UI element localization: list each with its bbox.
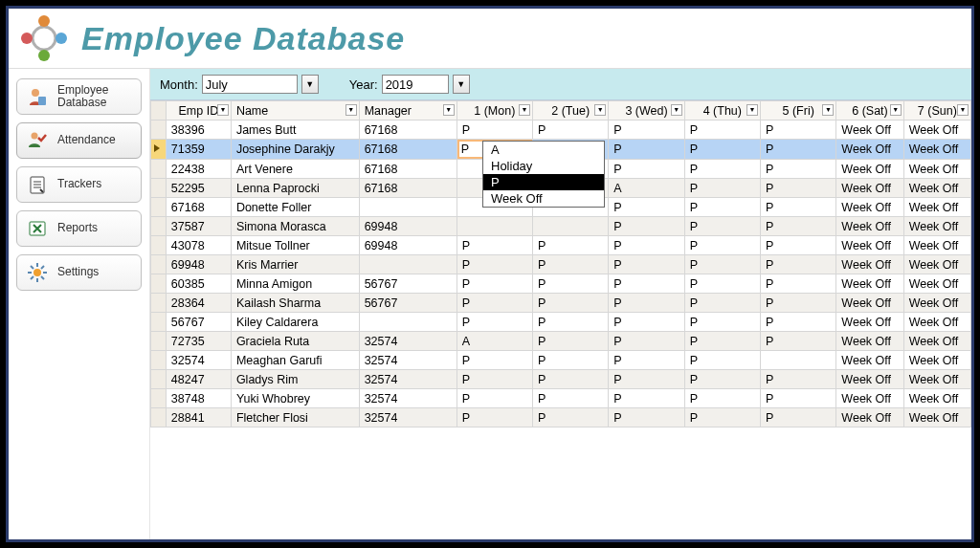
table-row[interactable]: 38748Yuki Whobrey32574PPPPPWeek OffWeek …: [151, 389, 971, 408]
attendance-cell[interactable]: P: [684, 332, 760, 351]
cell-mgr[interactable]: 32574: [359, 370, 457, 389]
attendance-cell[interactable]: Week Off: [836, 408, 903, 427]
attendance-cell[interactable]: P: [684, 294, 760, 313]
attendance-cell[interactable]: Week Off: [836, 198, 903, 217]
attendance-cell[interactable]: Week Off: [903, 179, 970, 198]
column-filter-button[interactable]: ▼: [822, 104, 834, 116]
table-row[interactable]: 60385Minna Amigon56767PPPPPWeek OffWeek …: [151, 274, 971, 294]
column-filter-button[interactable]: ▼: [217, 104, 229, 116]
cell-id[interactable]: 72735: [166, 332, 231, 351]
year-input[interactable]: [382, 75, 449, 94]
column-filter-button[interactable]: ▼: [671, 104, 682, 116]
attendance-cell[interactable]: Week Off: [836, 236, 903, 255]
attendance-cell[interactable]: P: [609, 198, 684, 217]
attendance-cell[interactable]: P: [532, 351, 608, 370]
cell-name[interactable]: Josephine Darakjy: [231, 140, 359, 160]
attendance-cell[interactable]: P: [684, 236, 760, 255]
attendance-cell[interactable]: Week Off: [903, 236, 970, 255]
attendance-cell[interactable]: P: [457, 236, 532, 255]
attendance-cell[interactable]: P: [684, 217, 760, 236]
attendance-cell[interactable]: P: [609, 160, 684, 179]
attendance-cell[interactable]: Week Off: [903, 121, 970, 140]
dropdown-option[interactable]: Week Off: [483, 190, 604, 207]
attendance-cell[interactable]: P: [532, 408, 608, 427]
cell-mgr[interactable]: 32574: [359, 389, 457, 408]
cell-mgr[interactable]: 69948: [359, 236, 457, 255]
cell-name[interactable]: Meaghan Garufi: [231, 351, 359, 370]
cell-id[interactable]: 38748: [166, 389, 231, 408]
cell-id[interactable]: 52295: [166, 179, 231, 198]
column-header[interactable]: 1 (Mon)▼: [457, 101, 532, 121]
attendance-cell[interactable]: P: [532, 255, 608, 274]
cell-mgr[interactable]: 67168: [359, 179, 457, 198]
attendance-cell[interactable]: P: [609, 313, 684, 332]
attendance-cell[interactable]: Week Off: [836, 351, 903, 370]
attendance-cell[interactable]: Week Off: [903, 255, 970, 274]
attendance-cell[interactable]: P: [684, 370, 760, 389]
attendance-cell[interactable]: P: [457, 370, 532, 389]
cell-name[interactable]: Kris Marrier: [231, 255, 359, 274]
attendance-cell[interactable]: Week Off: [836, 274, 903, 294]
row-header[interactable]: [151, 121, 167, 140]
attendance-cell[interactable]: P: [761, 274, 836, 294]
cell-id[interactable]: 37587: [166, 217, 231, 236]
cell-name[interactable]: Gladys Rim: [231, 370, 359, 389]
row-header[interactable]: [151, 198, 167, 217]
row-header[interactable]: [151, 408, 167, 427]
cell-mgr[interactable]: 67168: [359, 140, 457, 160]
table-row[interactable]: 37587Simona Morasca69948PPPWeek OffWeek …: [151, 217, 971, 236]
attendance-cell[interactable]: Week Off: [836, 160, 903, 179]
attendance-cell[interactable]: P: [761, 294, 836, 313]
select-all-header[interactable]: [151, 101, 167, 121]
column-filter-button[interactable]: ▼: [594, 104, 606, 116]
attendance-cell[interactable]: Week Off: [903, 217, 970, 236]
row-header[interactable]: [151, 217, 167, 236]
attendance-cell[interactable]: P: [609, 274, 684, 294]
cell-id[interactable]: 38396: [166, 121, 231, 140]
attendance-cell[interactable]: P: [761, 408, 836, 427]
attendance-cell[interactable]: Week Off: [836, 179, 903, 198]
cell-id[interactable]: 28841: [166, 408, 231, 427]
attendance-cell[interactable]: Week Off: [836, 255, 903, 274]
row-header[interactable]: [151, 370, 167, 389]
sidebar-item-employee-database[interactable]: Employee Database: [16, 78, 142, 115]
column-filter-button[interactable]: ▼: [746, 104, 758, 116]
attendance-cell[interactable]: P: [609, 121, 684, 140]
attendance-cell[interactable]: P: [684, 255, 760, 274]
row-header[interactable]: [151, 389, 167, 408]
attendance-cell[interactable]: P: [609, 294, 684, 313]
attendance-cell[interactable]: P: [457, 121, 532, 140]
cell-name[interactable]: Art Venere: [231, 160, 359, 179]
row-header[interactable]: [151, 294, 167, 313]
attendance-cell[interactable]: P: [609, 351, 684, 370]
attendance-cell[interactable]: P: [532, 370, 608, 389]
attendance-cell[interactable]: P: [684, 179, 760, 198]
row-header[interactable]: [151, 140, 167, 160]
column-header[interactable]: 3 (Wed)▼: [609, 101, 684, 121]
attendance-cell[interactable]: P: [761, 179, 836, 198]
attendance-cell[interactable]: P: [457, 274, 532, 294]
attendance-cell[interactable]: P: [532, 389, 608, 408]
attendance-cell[interactable]: P: [684, 351, 760, 370]
cell-name[interactable]: Mitsue Tollner: [231, 236, 359, 255]
attendance-cell[interactable]: Week Off: [903, 274, 970, 294]
attendance-cell[interactable]: P: [684, 313, 760, 332]
attendance-cell[interactable]: Week Off: [903, 313, 970, 332]
cell-id[interactable]: 71359: [166, 140, 231, 160]
attendance-cell[interactable]: P: [761, 198, 836, 217]
attendance-cell[interactable]: P: [761, 255, 836, 274]
row-header[interactable]: [151, 255, 167, 274]
cell-mgr[interactable]: 69948: [359, 217, 457, 236]
dropdown-option[interactable]: Holiday: [483, 158, 604, 174]
attendance-cell[interactable]: P: [609, 217, 684, 236]
table-row[interactable]: 56767Kiley CaldareraPPPPPWeek OffWeek Of…: [151, 313, 971, 332]
year-dropdown-button[interactable]: ▼: [453, 75, 470, 94]
cell-mgr[interactable]: 32574: [359, 408, 457, 427]
column-filter-button[interactable]: ▼: [345, 104, 357, 116]
cell-name[interactable]: Kailash Sharma: [231, 294, 359, 313]
table-row[interactable]: 72735Graciela Ruta32574APPPPWeek OffWeek…: [151, 332, 971, 351]
cell-name[interactable]: James Butt: [231, 121, 359, 140]
month-input[interactable]: [202, 75, 298, 94]
attendance-cell[interactable]: P: [457, 351, 532, 370]
cell-id[interactable]: 28364: [166, 294, 231, 313]
